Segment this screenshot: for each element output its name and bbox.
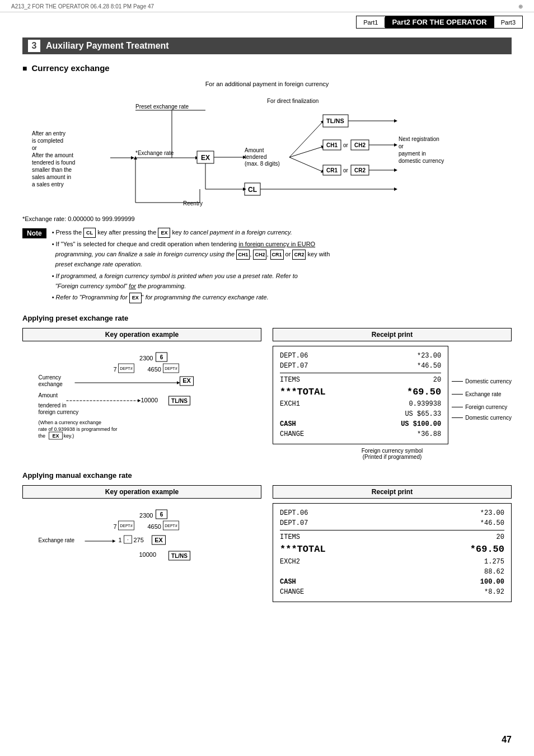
part-nav-inner: Part1 Part2 FOR THE OPERATOR Part3 bbox=[356, 16, 523, 29]
svg-text:payment in: payment in bbox=[399, 151, 426, 157]
svg-text:key.): key.) bbox=[64, 433, 74, 439]
page-number: 47 bbox=[502, 735, 512, 745]
svg-text:rate of 0.939938 is programmed: rate of 0.939938 is programmed for bbox=[39, 426, 118, 432]
svg-text:TL/NS: TL/NS bbox=[171, 553, 188, 559]
top-header: A213_2 FOR THE OPERATOR 06.4.28 8:01 PM … bbox=[0, 0, 534, 12]
preset-two-col: Key operation example 2300 6 7 bbox=[22, 328, 512, 461]
annotation-foreign: Foreign currency bbox=[452, 404, 512, 410]
part1-tab[interactable]: Part1 bbox=[357, 17, 385, 27]
receipt-total-row: ***TOTAL *69.50 bbox=[280, 385, 441, 400]
receipt-divider bbox=[280, 373, 441, 373]
svg-text:1: 1 bbox=[119, 537, 122, 543]
preset-keyop-header: Key operation example bbox=[22, 328, 261, 341]
svg-text:CL: CL bbox=[248, 186, 257, 194]
svg-text:For direct finalization: For direct finalization bbox=[267, 98, 318, 104]
note-item-3: • If programmed, a foreign currency symb… bbox=[52, 271, 512, 291]
receipt-row: ITEMS 20 bbox=[280, 375, 441, 385]
diagram-caption: For an additional payment in foreign cur… bbox=[22, 81, 512, 87]
svg-text:or: or bbox=[343, 167, 349, 173]
preset-receipt-box: DEPT.06 *23.00 DEPT.07 *46.50 ITEMS 20 bbox=[273, 346, 448, 445]
manual-receipt-box: DEPT.06 *23.00 DEPT.07 *46.50 ITEMS 20 bbox=[273, 503, 512, 602]
svg-text:After the amount: After the amount bbox=[32, 152, 73, 158]
svg-text:is completed: is completed bbox=[32, 138, 63, 144]
receipt-divider bbox=[280, 530, 504, 530]
preset-keyop-col: Key operation example 2300 6 7 bbox=[22, 328, 261, 461]
svg-text:4650: 4650 bbox=[148, 523, 161, 530]
svg-text:or: or bbox=[32, 145, 38, 151]
applying-manual-title: Applying manual exchange rate bbox=[22, 471, 512, 480]
svg-text:7: 7 bbox=[113, 366, 116, 373]
svg-text:CH2: CH2 bbox=[354, 142, 366, 148]
receipt-row: CHANGE *8.92 bbox=[280, 587, 504, 597]
annotation-domestic-1: Domestic currency bbox=[452, 378, 512, 384]
preset-receipt-header: Receipt print bbox=[273, 328, 512, 341]
svg-text:EX: EX bbox=[154, 537, 163, 543]
svg-text:DEPT#: DEPT# bbox=[165, 524, 177, 528]
svg-text:Preset exchange rate: Preset exchange rate bbox=[135, 104, 189, 110]
receipt-row: DEPT.06 *23.00 bbox=[280, 508, 504, 518]
svg-text:EX: EX bbox=[201, 154, 210, 162]
section-number: 3 bbox=[28, 40, 40, 52]
svg-text:EX: EX bbox=[182, 377, 191, 384]
svg-text:Amount: Amount bbox=[245, 147, 264, 153]
receipt-row: CHANGE *36.88 bbox=[280, 429, 441, 439]
svg-text:EX: EX bbox=[52, 433, 59, 439]
applying-preset-section: Applying preset exchange rate Key operat… bbox=[22, 314, 512, 461]
part-navigation: Part1 Part2 FOR THE OPERATOR Part3 bbox=[0, 12, 534, 32]
svg-text:275: 275 bbox=[134, 537, 144, 543]
note-item-1: • Press the CL key after pressing the EX… bbox=[52, 228, 512, 238]
svg-text:the: the bbox=[39, 433, 46, 439]
part2-tab[interactable]: Part2 FOR THE OPERATOR bbox=[385, 16, 494, 28]
svg-text:After an entry: After an entry bbox=[32, 130, 65, 137]
svg-text:DEPT#: DEPT# bbox=[120, 367, 133, 370]
svg-text:DEPT#: DEPT# bbox=[120, 524, 133, 528]
svg-text:7: 7 bbox=[113, 523, 116, 530]
exchange-note: *Exchange rate: 0.000000 to 999.999999 bbox=[22, 215, 512, 222]
svg-text:tendered: tendered bbox=[245, 154, 266, 160]
svg-line-23 bbox=[289, 157, 323, 172]
receipt-row: DEPT.06 *23.00 bbox=[280, 351, 441, 361]
svg-text:tendered is found: tendered is found bbox=[32, 159, 75, 166]
part3-tab[interactable]: Part3 bbox=[494, 17, 522, 27]
svg-text:·: · bbox=[127, 537, 129, 543]
svg-text:6: 6 bbox=[160, 511, 163, 518]
content-area: 3 Auxiliary Payment Treatment Currency e… bbox=[0, 32, 534, 624]
svg-text:10000: 10000 bbox=[141, 397, 158, 403]
svg-text:domestic currency: domestic currency bbox=[399, 158, 444, 164]
svg-text:2300: 2300 bbox=[139, 355, 153, 361]
manual-keyop-svg: 2300 6 7 DEPT# 4650 DEPT# Exchange rate bbox=[27, 508, 257, 580]
receipt-cash-row: CASH 100.00 bbox=[280, 577, 504, 587]
receipt-row: EXCH1 0.939938 bbox=[280, 399, 441, 409]
preset-keyop-area: 2300 6 7 DEPT# 4650 bbox=[22, 346, 261, 445]
manual-keyop-area: 2300 6 7 DEPT# 4650 DEPT# Exchange rate bbox=[22, 503, 261, 586]
manual-receipt-header: Receipt print bbox=[273, 485, 512, 499]
receipt-row: DEPT.07 *46.50 bbox=[280, 361, 441, 371]
svg-text:Currency: Currency bbox=[39, 374, 62, 381]
note-item-2: • If "Yes" is selected for cheque and cr… bbox=[52, 240, 512, 270]
preset-receipt-col: Receipt print DEPT.06 *23.00 DEPT.07 *46… bbox=[273, 328, 512, 461]
svg-text:smaller than the: smaller than the bbox=[32, 167, 72, 173]
svg-text:CH1: CH1 bbox=[326, 142, 338, 148]
svg-text:exchange: exchange bbox=[39, 381, 63, 387]
annotation-domestic-2: Domestic currency bbox=[452, 415, 512, 421]
manual-keyop-col: Key operation example 2300 6 7 DEPT# 465… bbox=[22, 485, 261, 602]
section-header: 3 Auxiliary Payment Treatment bbox=[22, 37, 512, 54]
svg-text:or: or bbox=[343, 142, 349, 148]
svg-text:DEPT#: DEPT# bbox=[165, 367, 177, 370]
svg-text:CR1: CR1 bbox=[326, 167, 338, 173]
section-title: Auxiliary Payment Treatment bbox=[46, 41, 169, 51]
note-label: Note bbox=[22, 228, 46, 238]
svg-text:Next registration: Next registration bbox=[399, 136, 439, 142]
receipt-row: 88.62 bbox=[280, 567, 504, 577]
manual-keyop-header: Key operation example bbox=[22, 485, 261, 499]
note-item-4: • Refer to "Programming for EX" for prog… bbox=[52, 293, 512, 303]
svg-text:Exchange rate: Exchange rate bbox=[39, 537, 75, 543]
applying-manual-section: Applying manual exchange rate Key operat… bbox=[22, 471, 512, 602]
applying-preset-title: Applying preset exchange rate bbox=[22, 314, 512, 322]
svg-text:6: 6 bbox=[160, 354, 163, 360]
svg-text:a sales entry: a sales entry bbox=[32, 181, 64, 187]
svg-text:tendered in: tendered in bbox=[39, 402, 67, 408]
svg-text:2300: 2300 bbox=[139, 512, 153, 519]
annotation-exchange-rate: Exchange rate bbox=[452, 391, 512, 397]
receipt-total-row: ***TOTAL *69.50 bbox=[280, 542, 504, 557]
